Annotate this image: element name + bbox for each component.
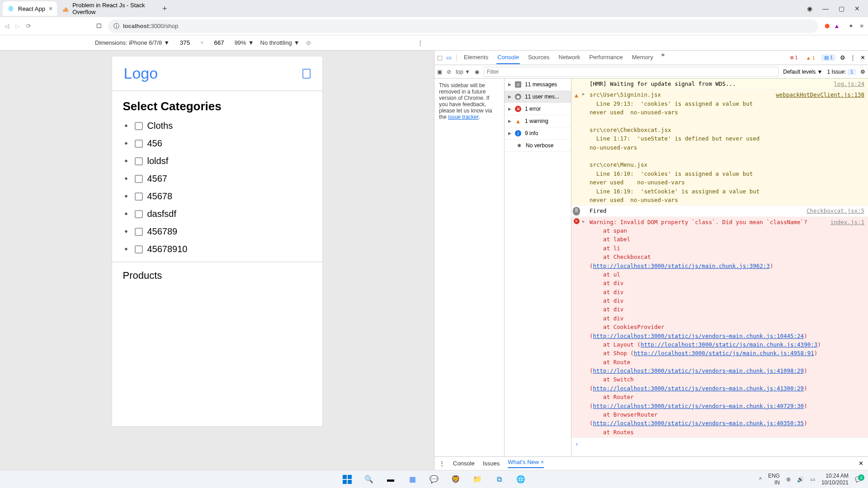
- notifications-icon[interactable]: 💬: [855, 476, 862, 483]
- issue-tracker-link[interactable]: issue tracker: [448, 114, 478, 120]
- browser-tab-react[interactable]: React App ×: [3, 1, 57, 16]
- device-toggle-icon[interactable]: ▭: [446, 54, 452, 61]
- source-link[interactable]: Checkboxcat.jsx:5: [807, 206, 864, 215]
- issues-button[interactable]: 1 Issue: 1: [827, 69, 856, 75]
- logo[interactable]: Logo: [124, 65, 158, 82]
- tab-performance[interactable]: Performance: [588, 51, 623, 64]
- drawer-tab-whatsnew[interactable]: What's New ×: [508, 459, 544, 468]
- site-info-icon[interactable]: ⓘ: [113, 22, 119, 30]
- devtools-close-icon[interactable]: ✕: [860, 54, 865, 61]
- devtools-menu-icon[interactable]: ⋮: [850, 54, 856, 61]
- browser-tab-so[interactable]: Problem in React Js - Stack Overflow: [58, 1, 157, 16]
- start-icon[interactable]: [342, 474, 353, 485]
- clock[interactable]: 10:24 AM10/10/2021: [821, 473, 849, 486]
- summary-warnings[interactable]: ▶▲1 warning: [505, 115, 571, 127]
- hamburger-icon[interactable]: [302, 69, 311, 79]
- summary-user-messages[interactable]: ▶☻11 user mes...: [505, 91, 571, 103]
- language-indicator[interactable]: ENGIN: [768, 473, 780, 486]
- tab-title: React App: [18, 5, 45, 12]
- warning-count-badge[interactable]: ▲ 1: [804, 55, 817, 61]
- drawer-tab-console[interactable]: Console: [453, 460, 475, 467]
- checkbox[interactable]: [135, 140, 143, 148]
- close-icon[interactable]: ×: [541, 459, 544, 465]
- console-prompt[interactable]: ›: [571, 438, 868, 450]
- taskview-icon[interactable]: ▬: [385, 474, 396, 485]
- search-icon[interactable]: 🔍: [363, 474, 374, 485]
- device-height-input[interactable]: [210, 39, 228, 46]
- tab-network[interactable]: Network: [558, 51, 581, 64]
- device-width-input[interactable]: [176, 39, 194, 46]
- checkbox[interactable]: [135, 122, 143, 130]
- repeat-badge: 8: [573, 207, 580, 215]
- clear-console-icon[interactable]: ⊘: [447, 69, 451, 75]
- console-settings-icon[interactable]: ⚙: [860, 69, 865, 75]
- zoom-selector[interactable]: 99% ▼: [235, 39, 254, 46]
- new-tab-button[interactable]: +: [158, 4, 171, 14]
- show-hidden-icon[interactable]: ^: [759, 476, 762, 483]
- volume-icon[interactable]: 🔊: [797, 476, 804, 483]
- summary-verbose[interactable]: ✱No verbose: [505, 140, 571, 152]
- page-content: Logo Select Categories •Cloths •456 •lol…: [112, 56, 323, 427]
- brave-app-icon[interactable]: 🦁: [450, 474, 461, 485]
- source-link[interactable]: index.js:1: [830, 218, 864, 436]
- url-path: 3000/shop: [151, 23, 178, 29]
- widgets-icon[interactable]: ▦: [407, 474, 418, 485]
- brave-shield-icon[interactable]: ⬢: [825, 23, 830, 29]
- inspect-element-icon[interactable]: ⬚: [437, 54, 443, 61]
- throttling-selector[interactable]: No throttling ▼: [260, 39, 300, 46]
- tab-elements[interactable]: Elements: [463, 51, 489, 64]
- context-selector[interactable]: top ▼: [456, 69, 470, 75]
- bookmark-icon[interactable]: ☐: [96, 23, 102, 29]
- tab-console[interactable]: Console: [496, 51, 520, 64]
- summary-errors[interactable]: ▶✕1 error: [505, 103, 571, 115]
- rotate-icon[interactable]: ⊘: [306, 39, 311, 46]
- extensions-icon[interactable]: ✦: [849, 23, 854, 29]
- battery-icon[interactable]: ▭: [810, 476, 815, 483]
- minimize-icon[interactable]: —: [822, 5, 829, 12]
- tab-memory[interactable]: Memory: [631, 51, 654, 64]
- svg-rect-7: [348, 480, 352, 484]
- menu-icon[interactable]: ≡: [860, 23, 863, 29]
- source-link[interactable]: webpackHotDevClient.js:138: [776, 90, 864, 204]
- error-count-badge[interactable]: ⊗ 1: [788, 55, 800, 61]
- close-icon[interactable]: ×: [49, 5, 52, 12]
- checkbox[interactable]: [135, 245, 143, 253]
- checkbox[interactable]: [135, 157, 143, 165]
- close-window-icon[interactable]: ✕: [854, 5, 860, 12]
- drawer-tab-issues[interactable]: Issues: [483, 460, 500, 467]
- checkbox[interactable]: [135, 228, 143, 236]
- reload-icon[interactable]: ⟳: [26, 23, 31, 29]
- checkbox[interactable]: [135, 175, 143, 183]
- tab-sources[interactable]: Sources: [527, 51, 551, 64]
- chat-icon[interactable]: 💬: [429, 474, 439, 485]
- more-tabs-icon[interactable]: »: [661, 51, 665, 64]
- maximize-icon[interactable]: ▢: [839, 5, 844, 12]
- levels-selector[interactable]: Default levels ▼: [783, 69, 822, 75]
- drawer-close-icon[interactable]: ✕: [859, 460, 863, 467]
- forward-icon: ▷: [15, 23, 20, 29]
- back-icon[interactable]: ◁: [5, 23, 9, 29]
- device-selector[interactable]: Dimensions: iPhone 6/7/8 ▼: [95, 39, 170, 46]
- url-input[interactable]: ⓘ localhost:3000/shop: [108, 19, 818, 33]
- message-count-badge[interactable]: ▤ 1: [821, 54, 835, 61]
- live-expression-icon[interactable]: ◉: [475, 69, 479, 75]
- brave-icon[interactable]: ▲: [834, 23, 840, 29]
- explorer-icon[interactable]: 📁: [472, 474, 483, 485]
- drawer-menu-icon[interactable]: ⋮: [439, 460, 445, 467]
- brave-rewards-icon[interactable]: ◉: [807, 5, 812, 12]
- wifi-icon[interactable]: ⊚: [786, 476, 791, 483]
- source-link[interactable]: log.js:24: [834, 80, 864, 88]
- summary-info[interactable]: ▶i9 info: [505, 127, 571, 140]
- device-more-icon[interactable]: ⋮: [417, 39, 423, 46]
- edge-icon[interactable]: 🌐: [515, 474, 526, 485]
- react-icon: [7, 5, 14, 12]
- checkbox[interactable]: [135, 192, 143, 201]
- sidebar-toggle-icon[interactable]: ▣: [437, 69, 442, 75]
- checkbox[interactable]: [135, 210, 143, 218]
- vscode-icon[interactable]: ⧉: [494, 474, 505, 485]
- devtools-tabs: Elements Console Sources Network Perform…: [460, 51, 665, 64]
- settings-icon[interactable]: ⚙: [840, 54, 845, 61]
- console-output[interactable]: [HMR] Waiting for update signal from WDS…: [571, 79, 868, 456]
- filter-input[interactable]: [484, 67, 778, 77]
- summary-messages[interactable]: ▶≡11 messages: [505, 79, 571, 91]
